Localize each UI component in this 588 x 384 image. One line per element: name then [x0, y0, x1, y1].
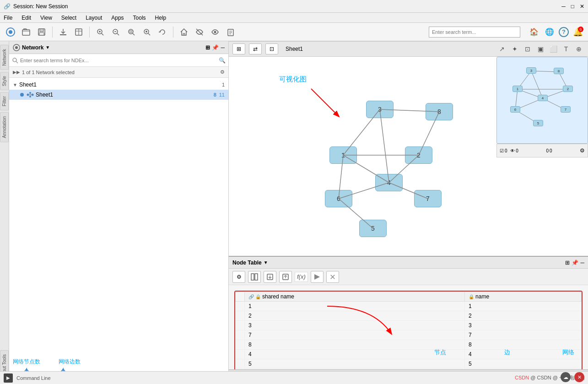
nt-cancel-btn[interactable] [326, 271, 339, 283]
nt-column-btn[interactable] [248, 271, 261, 283]
cell-shared-name: 5 [245, 359, 465, 369]
import-btn[interactable] [56, 26, 70, 38]
menu-apps[interactable]: Apps [109, 14, 125, 22]
nt-settings-btn[interactable]: ⚙ [232, 271, 245, 283]
mini-node-4: 4 [538, 95, 548, 101]
nt-import-btn[interactable] [264, 271, 276, 283]
table-row[interactable]: 3 3 [236, 321, 582, 330]
show-nodes-btn[interactable] [208, 26, 222, 38]
panel-expand-btn[interactable]: ⊞ [205, 44, 210, 51]
annotate-btn[interactable]: T [561, 43, 572, 54]
graph-node-7[interactable]: 7 [414, 190, 442, 207]
canvas-tab-title: Sheet1 [282, 46, 307, 52]
graph-node-6[interactable]: 6 [325, 190, 352, 207]
edge-count: 11 [219, 92, 225, 97]
table-row[interactable]: 5 5 [236, 359, 582, 369]
graph-node-3[interactable]: 3 [366, 101, 394, 118]
mini-map-settings-btn[interactable]: ⚙ [580, 147, 585, 154]
col-shared-name-header[interactable]: 🔗 🔒 shared name [245, 292, 465, 302]
panel-minimize-btn[interactable]: ─ [221, 44, 225, 51]
grid-view-btn[interactable]: ⊞ [232, 43, 245, 54]
table-btn[interactable] [72, 26, 86, 38]
graph-node-2[interactable]: 2 [405, 146, 432, 164]
nt-apply-btn[interactable] [311, 271, 324, 283]
side-tab-filter[interactable]: Filter [0, 92, 9, 110]
open-btn[interactable] [19, 26, 33, 38]
panel-pin-btn[interactable]: 📌 [212, 44, 219, 51]
zoom-fit-btn[interactable] [124, 26, 138, 38]
col-name-header[interactable]: 🔒 name [465, 292, 582, 302]
deselect-btn[interactable]: ⬜ [548, 43, 559, 54]
export-tab-btn[interactable]: ↗ [496, 43, 507, 54]
node-table-body: 1 1 2 2 3 3 [236, 302, 582, 370]
maximize-btn[interactable]: □ [571, 3, 574, 10]
export-btn[interactable] [224, 26, 237, 38]
visualization-label: 可视化图 [279, 75, 307, 84]
search-input[interactable] [429, 27, 520, 38]
help-icon[interactable]: ? [559, 27, 569, 37]
fullscreen-btn[interactable]: ⊡ [265, 43, 278, 54]
graph-node-1[interactable]: 1 [329, 146, 357, 164]
side-tab-style[interactable]: Style [0, 72, 9, 90]
menu-help[interactable]: Help [153, 14, 168, 22]
zoom-out-btn[interactable] [109, 26, 123, 38]
minimize-btn[interactable]: ─ [561, 3, 566, 10]
tree-group-sheet1[interactable]: ▼ Sheet1 1 [9, 80, 228, 90]
share-btn[interactable]: ⇄ [249, 43, 262, 54]
refresh-btn[interactable] [156, 26, 169, 38]
notification-btn[interactable]: 🔔 6 [572, 26, 584, 38]
node-table-pin-btn[interactable]: 📌 [572, 260, 578, 266]
menu-view[interactable]: View [38, 14, 54, 22]
home-icon[interactable]: 🏠 [528, 26, 540, 38]
table-row[interactable]: 1 1 [236, 302, 582, 311]
select-all-btn[interactable]: ▣ [535, 43, 546, 54]
ndex-search-btn[interactable]: 🔍 [219, 57, 226, 64]
select-tab-btn[interactable]: ✦ [509, 43, 520, 54]
status-btn-1[interactable]: ☁ [561, 372, 571, 382]
ndex-search-input[interactable] [20, 58, 217, 63]
graph-node-8[interactable]: 8 [426, 103, 453, 120]
menu-layout[interactable]: Layout [84, 14, 104, 22]
menu-tools[interactable]: Tools [131, 14, 148, 22]
graph-node-4[interactable]: 4 [375, 174, 403, 191]
zoom-in-btn[interactable] [93, 26, 107, 38]
nt-export-btn[interactable] [279, 271, 292, 283]
cell-name: 3 [465, 321, 582, 330]
save-btn[interactable] [35, 26, 49, 38]
node-table-dropdown[interactable]: ▼ [264, 260, 268, 265]
side-tab-network[interactable]: Network [0, 45, 9, 70]
mini-node-8: 8 [554, 68, 564, 74]
network-search-icon [12, 57, 18, 64]
close-btn[interactable]: ✕ [580, 3, 584, 10]
cell-shared-name: 4 [245, 350, 465, 359]
mini-node-5: 5 [533, 120, 543, 126]
menu-file[interactable]: File [2, 14, 14, 22]
menu-select[interactable]: Select [59, 14, 78, 22]
home-btn[interactable] [177, 26, 191, 38]
side-tab-annotation[interactable]: Annotation [0, 112, 9, 142]
network-label-annotation: 网络 [562, 348, 574, 357]
table-row[interactable]: 2 2 [236, 311, 582, 321]
hide-nodes-btn[interactable] [193, 26, 206, 38]
mini-map-btn[interactable]: ⊕ [573, 43, 584, 54]
network-search-bar: 🔍 [9, 54, 228, 67]
graph-node-5[interactable]: 5 [359, 220, 387, 237]
canvas[interactable]: 1 2 3 4 5 6 7 [229, 57, 588, 256]
select-rect-btn[interactable]: ⊡ [522, 43, 533, 54]
zoom-reset-btn[interactable] [140, 26, 154, 38]
node-table-minimize-btn[interactable]: ─ [580, 260, 584, 266]
svg-point-21 [146, 31, 147, 32]
tree-item-sheet1[interactable]: Sheet1 8 11 [9, 90, 228, 100]
shared-name-icon1: 🔗 [248, 294, 254, 299]
network-item-icon [27, 92, 34, 98]
table-row[interactable]: 8 8 [236, 340, 582, 350]
status-btn-2[interactable]: ✕ [574, 372, 584, 382]
network-dropdown-icon[interactable]: ▼ [45, 45, 50, 50]
network-btn[interactable] [4, 26, 17, 38]
network-settings-btn[interactable]: ⚙ [220, 69, 225, 75]
menu-edit[interactable]: Edit [20, 14, 33, 22]
table-row[interactable]: 4 4 [236, 350, 582, 359]
globe-icon[interactable]: 🌐 [543, 26, 556, 38]
node-table-expand-btn[interactable]: ⊞ [565, 260, 570, 266]
table-row[interactable]: 7 7 [236, 330, 582, 340]
